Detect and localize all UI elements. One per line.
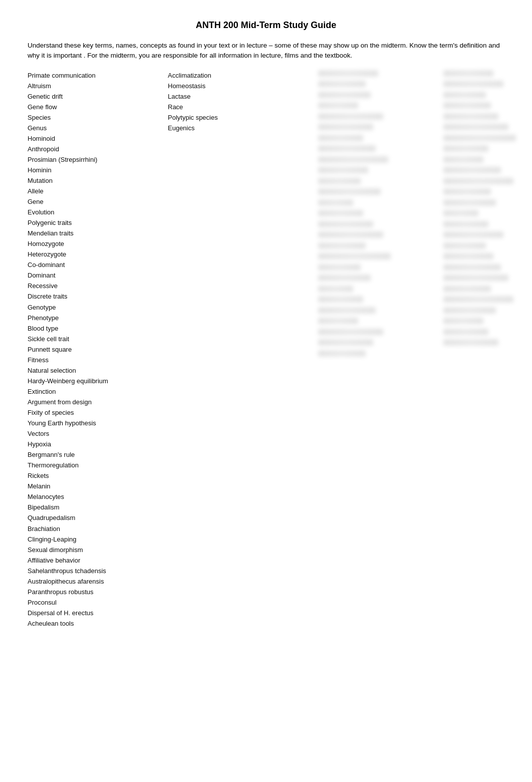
list-item: Homozygote — [28, 238, 168, 249]
list-item: Melanin — [28, 481, 168, 491]
blurred-term — [443, 339, 498, 346]
blurred-term — [443, 167, 501, 173]
list-item: Genus — [28, 123, 168, 133]
blurred-term — [318, 275, 371, 281]
blurred-term — [443, 124, 508, 130]
list-item: Punnett square — [28, 344, 168, 355]
blurred-term — [443, 231, 503, 238]
blurred-term — [443, 264, 501, 271]
list-item: Fitness — [28, 355, 168, 365]
list-item: Bipedalism — [28, 502, 168, 512]
list-item: Sickle cell trait — [28, 334, 168, 344]
blurred-term — [318, 113, 383, 120]
list-item: Evolution — [28, 207, 168, 217]
blurred-term — [318, 350, 366, 357]
list-item: Recessive — [28, 281, 168, 291]
list-item: Acclimatization — [168, 70, 318, 81]
list-item: Race — [168, 102, 318, 112]
blurred-term — [443, 286, 491, 292]
list-item: Gene flow — [28, 102, 168, 112]
list-item: Genotype — [28, 302, 168, 313]
list-item: Affiliative behavior — [28, 555, 168, 566]
list-item: Anthropoid — [28, 144, 168, 154]
list-item: Heterozygote — [28, 249, 168, 259]
list-item: Extinction — [28, 386, 168, 397]
list-item: Hominin — [28, 165, 168, 175]
page-title: ANTH 200 Mid-Term Study Guide — [28, 20, 504, 31]
blurred-term — [318, 339, 373, 346]
blurred-term — [318, 178, 361, 184]
blurred-term — [443, 307, 496, 314]
blurred-term — [318, 318, 358, 324]
list-item: Homeostasis — [168, 81, 318, 91]
list-item: Phenotype — [28, 313, 168, 323]
blurred-term — [318, 253, 391, 259]
blurred-term — [443, 199, 496, 206]
list-item: Genetic drift — [28, 91, 168, 102]
blurred-term — [443, 210, 478, 216]
blurred-term — [443, 145, 488, 152]
blurred-term — [318, 135, 363, 141]
blurred-term — [318, 221, 373, 227]
blurred-term — [443, 81, 503, 87]
list-item: Polygenic traits — [28, 217, 168, 228]
list-item: Acheulean tools — [28, 618, 168, 629]
blurred-term — [318, 231, 383, 238]
list-item: Brachiation — [28, 524, 168, 534]
terms-column-3-blurred — [318, 70, 516, 361]
list-item: Fixity of species — [28, 407, 168, 418]
blurred-term — [318, 102, 358, 109]
list-item: Argument from design — [28, 397, 168, 407]
blurred-term — [318, 92, 371, 98]
blurred-term — [318, 242, 366, 249]
blurred-term — [318, 264, 361, 271]
blurred-term — [318, 199, 353, 206]
list-item: Eugenics — [168, 123, 318, 133]
list-item: Young Earth hypothesis — [28, 418, 168, 428]
list-item: Dispersal of H. erectus — [28, 608, 168, 618]
list-item: Gene — [28, 196, 168, 207]
list-item: Allele — [28, 186, 168, 196]
list-item: Clinging-Leaping — [28, 534, 168, 545]
list-item: Lactase — [168, 91, 318, 102]
blurred-term — [318, 70, 378, 77]
list-item: Paranthropus robustus — [28, 587, 168, 597]
blurred-term — [443, 135, 516, 141]
blurred-term — [318, 156, 388, 163]
list-item: Polytypic species — [168, 112, 318, 123]
list-item: Species — [28, 112, 168, 123]
list-item: Natural selection — [28, 365, 168, 376]
blurred-term — [318, 329, 383, 335]
list-item: Melanocytes — [28, 491, 168, 502]
blurred-term — [443, 296, 513, 303]
blurred-term — [443, 318, 483, 324]
blurred-term — [318, 145, 376, 152]
blurred-term — [443, 188, 491, 195]
list-item: Vectors — [28, 428, 168, 439]
list-item: Co-dominant — [28, 259, 168, 270]
terms-column-2: AcclimatizationHomeostasisLactaseRacePol… — [168, 70, 318, 133]
list-item: Prosimian (Strepsirrhini) — [28, 154, 168, 165]
list-item: Hominoid — [28, 133, 168, 144]
list-item: Mendelian traits — [28, 228, 168, 238]
blurred-term — [443, 329, 488, 335]
blurred-term — [443, 113, 498, 120]
list-item: Australopithecus afarensis — [28, 576, 168, 587]
list-item: Altruism — [28, 81, 168, 91]
list-item: Sexual dimorphism — [28, 545, 168, 555]
list-item: Hypoxia — [28, 439, 168, 449]
blurred-term — [318, 296, 363, 303]
blurred-term — [443, 221, 488, 227]
list-item: Quadrupedalism — [28, 512, 168, 523]
blurred-term — [318, 124, 373, 130]
list-item: Hardy-Weinberg equilibrium — [28, 376, 168, 386]
blurred-term — [443, 275, 508, 281]
blurred-term — [318, 81, 366, 87]
blurred-term — [443, 102, 491, 109]
list-item: Proconsul — [28, 597, 168, 608]
list-item: Primate communication — [28, 70, 168, 81]
terms-column-1: Primate communicationAltruismGenetic dri… — [28, 70, 168, 629]
blurred-term — [318, 210, 363, 216]
blurred-term — [443, 156, 483, 163]
list-item: Dominant — [28, 270, 168, 281]
